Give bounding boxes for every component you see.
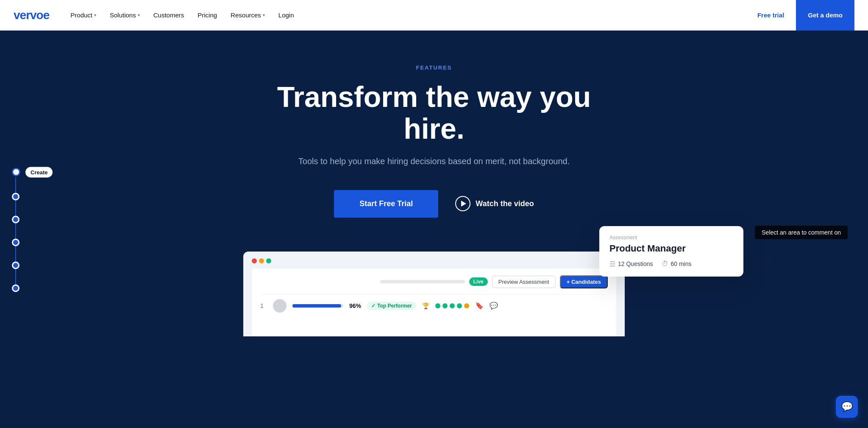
dashboard-bar: [252, 258, 616, 263]
trophy-icon: 🏆: [422, 302, 429, 309]
hero-cta: Start Free Trial Watch the video: [334, 190, 534, 218]
dashboard-preview: Live Preview Assessment + Candidates 1 9…: [243, 252, 625, 336]
questions-icon: ☰: [609, 260, 615, 268]
logo[interactable]: vervoe: [14, 8, 49, 22]
side-nav-dot: [12, 238, 19, 246]
title-placeholder: [380, 280, 465, 283]
chat-widget[interactable]: 💬: [836, 396, 858, 418]
check-icon: ✓: [371, 303, 376, 309]
nav-resources[interactable]: Resources ▾: [225, 8, 271, 22]
side-nav-line: [15, 269, 16, 284]
nav-pricing[interactable]: Pricing: [192, 8, 223, 22]
score-percentage: 96%: [349, 302, 361, 309]
add-candidates-button[interactable]: + Candidates: [560, 275, 608, 288]
side-nav-dot: [12, 215, 19, 223]
start-free-trial-button[interactable]: Start Free Trial: [334, 190, 438, 218]
preview-assessment-button[interactable]: Preview Assessment: [492, 276, 556, 288]
hero-section: Create FEATURES Transform the way you hi…: [0, 31, 868, 428]
chevron-down-icon: ▾: [138, 13, 140, 17]
side-navigation: Create: [12, 167, 53, 292]
nav-solutions[interactable]: Solutions ▾: [104, 8, 146, 22]
bookmark-icon[interactable]: 🔖: [475, 302, 484, 310]
side-nav-item-2[interactable]: [12, 193, 19, 200]
status-dot-orange: [464, 303, 469, 308]
side-nav-dot: [12, 193, 19, 200]
side-nav-dot: [12, 261, 19, 269]
assessment-meta: ☰ 12 Questions ⏱ 60 mins: [609, 260, 733, 268]
watch-video-button[interactable]: Watch the video: [455, 196, 534, 211]
navbar: vervoe Product ▾ Solutions ▾ Customers P…: [0, 0, 868, 31]
side-nav-dot-active: [12, 168, 20, 176]
navbar-links: Product ▾ Solutions ▾ Customers Pricing …: [64, 8, 749, 22]
time-meta: ⏱ 60 mins: [662, 260, 692, 268]
score-bar: [292, 304, 341, 308]
dashboard-inner: Live Preview Assessment + Candidates 1 9…: [252, 269, 616, 336]
hero-subtitle: Tools to help you make hiring decisions …: [298, 157, 570, 166]
status-dot-green: [450, 303, 455, 308]
nav-customers[interactable]: Customers: [147, 8, 190, 22]
candidate-row: 1 96% ✓ Top Performer 🏆 🔖: [260, 294, 608, 317]
window-controls: [252, 258, 271, 263]
assessment-title: Product Manager: [609, 243, 733, 254]
play-icon: [455, 196, 470, 211]
hero-title: Transform the way you hire.: [243, 81, 625, 145]
status-dot-green: [442, 303, 448, 308]
side-nav-line: [15, 177, 16, 193]
side-nav-line: [15, 246, 16, 261]
status-dot-green: [435, 303, 440, 308]
side-nav-dot: [12, 284, 19, 292]
nav-login[interactable]: Login: [273, 8, 300, 22]
get-demo-button[interactable]: Get a demo: [796, 0, 854, 31]
chevron-down-icon: ▾: [94, 13, 96, 17]
play-triangle: [461, 201, 466, 207]
comment-icon[interactable]: 💬: [490, 302, 498, 310]
chat-icon: 💬: [841, 401, 853, 412]
avatar: [273, 299, 287, 313]
side-nav-item-6[interactable]: [12, 284, 19, 292]
nav-product[interactable]: Product ▾: [64, 8, 102, 22]
side-nav-label: Create: [25, 167, 53, 177]
status-dot-green: [457, 303, 462, 308]
minimize-window-dot: [259, 258, 264, 263]
dashboard-header-row: Live Preview Assessment + Candidates: [260, 275, 608, 288]
hero-eyebrow: FEATURES: [416, 64, 452, 71]
live-tag: Live: [469, 277, 488, 286]
assessment-card: Assessment Product Manager ☰ 12 Question…: [599, 226, 743, 277]
assessment-label: Assessment: [609, 235, 733, 241]
side-nav-item-3[interactable]: [12, 215, 19, 223]
comment-tooltip: Select an area to comment on: [755, 226, 848, 239]
score-bar-wrap: [292, 304, 343, 308]
free-trial-button[interactable]: Free trial: [749, 7, 793, 23]
side-nav-item-create[interactable]: Create: [12, 167, 53, 177]
chevron-down-icon: ▾: [263, 13, 265, 17]
side-nav-line: [15, 223, 16, 238]
side-nav-line: [15, 200, 16, 215]
top-performer-badge: ✓ Top Performer: [367, 302, 416, 310]
maximize-window-dot: [266, 258, 271, 263]
status-dots: [435, 303, 469, 308]
questions-meta: ☰ 12 Questions: [609, 260, 653, 268]
rank-number: 1: [260, 302, 267, 309]
clock-icon: ⏱: [662, 260, 668, 268]
navbar-actions: Free trial Get a demo: [749, 0, 854, 31]
side-nav-item-5[interactable]: [12, 261, 19, 269]
side-nav-item-4[interactable]: [12, 238, 19, 246]
close-window-dot: [252, 258, 257, 263]
